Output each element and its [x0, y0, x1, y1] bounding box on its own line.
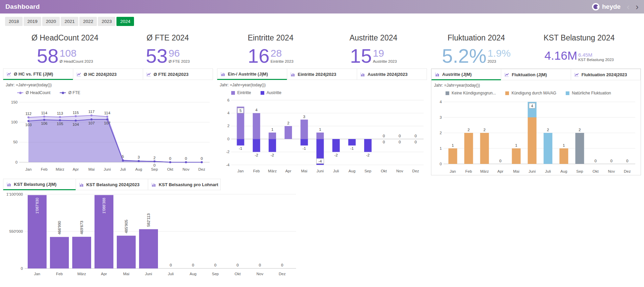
series-swatch: [261, 91, 264, 95]
kst-tab-bar: KST Belastung (J|M) KST Belastung 2024|2…: [3, 179, 221, 190]
tab-label: Fluktuation (J|M): [512, 72, 547, 77]
year-2024-button[interactable]: 2024: [116, 17, 134, 26]
svg-text:112: 112: [25, 112, 31, 116]
svg-text:-1: -1: [239, 146, 242, 150]
tab-fte-2024-2023[interactable]: Ø FTE 2024|2023: [143, 68, 213, 80]
svg-text:Mai: Mai: [123, 272, 130, 276]
kpi-kst-belastung: KST Belastung 2024 4.16M 6.45M KST Belas…: [528, 33, 630, 65]
kpi-previous-label: Austritte 2023: [373, 59, 397, 63]
tab-hc-vs-fte[interactable]: Ø HC vs. FTE (J|M): [3, 68, 73, 80]
austritte-stacked-bar-chart[interactable]: 01234JanFebMärzAprMaiJuniJuliAugSepOktNo…: [431, 96, 641, 175]
tab-eintritte-2024-2023[interactable]: Eintritte 2024|2023: [287, 68, 357, 80]
series-swatch: [505, 91, 509, 95]
svg-text:2: 2: [440, 131, 442, 135]
svg-text:0: 0: [214, 263, 216, 267]
year-2020-button[interactable]: 2020: [42, 17, 60, 26]
jahr-filter-expression: Jahr: =Jahr=year(today()): [3, 80, 213, 88]
legend-label: Kündigung durch MA/AG: [511, 91, 556, 95]
svg-text:107: 107: [104, 121, 110, 125]
year-2019-button[interactable]: 2019: [24, 17, 41, 26]
bar-chart-icon: [291, 72, 295, 77]
svg-text:Sep: Sep: [151, 167, 158, 171]
panel-austritte-grund: Austritte (J|M) Fluktuation (J|M) Fluktu…: [431, 68, 641, 175]
einaus-legend: EintritteAustritte: [217, 88, 427, 96]
year-2018-button[interactable]: 2018: [5, 17, 23, 26]
svg-text:50: 50: [13, 140, 18, 144]
legend-item[interactable]: Austritte: [261, 90, 281, 95]
svg-text:Jan: Jan: [450, 169, 456, 173]
tab-ein-austritte[interactable]: Ein-/ Austritte (J|M): [217, 68, 287, 80]
svg-text:Mai: Mai: [301, 169, 307, 173]
tab-fluktuation[interactable]: Fluktuation (J|M): [501, 69, 571, 80]
tab-label: Ø HC 2024|2023: [84, 72, 117, 77]
svg-text:Juni: Juni: [145, 272, 152, 276]
svg-text:0: 0: [237, 263, 239, 267]
svg-text:März: März: [56, 167, 64, 171]
legend-label: Eintritte: [237, 90, 251, 95]
year-2023-button[interactable]: 2023: [98, 17, 115, 26]
legend-label: Ø FTE: [68, 90, 80, 95]
ein-austritte-bar-chart[interactable]: -4-20246JanFebMärzAprMaiJuniJuliAugSepOk…: [217, 96, 427, 175]
svg-text:0: 0: [610, 159, 612, 163]
tab-label: KST Belastung 2024|2023: [86, 182, 140, 187]
svg-text:Juli: Juli: [545, 169, 551, 173]
legend-item[interactable]: Eintritte: [231, 90, 251, 95]
svg-text:2: 2: [153, 156, 155, 160]
svg-text:März: März: [480, 169, 489, 173]
kst-bars[interactable]: 1'087'830466'990469'6731'088'388485'9055…: [28, 195, 283, 268]
legend-label: Ø HeadCount: [26, 90, 50, 95]
panel-hc-fte: Ø HC vs. FTE (J|M) Ø HC 2024|2023 Ø FTE …: [3, 68, 213, 175]
chevron-right-icon[interactable]: ›: [636, 2, 639, 11]
svg-text:Nov: Nov: [257, 272, 264, 276]
hc-fte-area-chart[interactable]: 050100150JanFebMärzAprMaiJuniJuliAugSepO…: [3, 96, 213, 175]
kpi-title: Eintritte 2024: [219, 33, 322, 42]
legend-item[interactable]: Ø HeadCount: [17, 90, 50, 95]
tab-label: Ø HC vs. FTE (J|M): [14, 71, 53, 77]
legend-item[interactable]: Natürliche Fluktuation: [566, 91, 611, 95]
tab-kst-belastung[interactable]: KST Belastung (J|M): [3, 179, 76, 190]
svg-text:Aug: Aug: [349, 169, 355, 173]
legend-item[interactable]: Keine Kündigungsgrun...: [446, 91, 496, 95]
svg-text:Dez: Dez: [279, 272, 286, 276]
tab-hc-2024-2023[interactable]: Ø HC 2024|2023: [73, 68, 143, 80]
kst-belastung-bar-chart[interactable]: 0550'0001'100'000JanFebMärzAprMaiJuniJul…: [3, 190, 641, 279]
svg-text:0: 0: [16, 160, 18, 164]
tab-austritte-2024-2023[interactable]: Austritte 2024|2023: [357, 68, 427, 80]
svg-text:6: 6: [227, 98, 230, 102]
year-2022-button[interactable]: 2022: [79, 17, 97, 26]
svg-text:März: März: [268, 169, 277, 173]
svg-text:114: 114: [104, 111, 111, 115]
hc-legend: Ø HeadCountØ FTE: [3, 88, 213, 96]
svg-text:0: 0: [192, 263, 194, 267]
svg-text:1: 1: [563, 143, 565, 147]
tab-kst-pro-lohnart[interactable]: KST Belsastung pro Lohnart: [148, 179, 221, 190]
svg-text:0: 0: [185, 156, 187, 161]
svg-text:0: 0: [281, 263, 283, 267]
kpi-headcount: Ø HeadCount 2024 58 108 Ø HeadCount 2023: [14, 33, 116, 65]
legend-label: Keine Kündigungsgrun...: [452, 91, 496, 95]
kpi-row: Ø HeadCount 2024 58 108 Ø HeadCount 2023…: [0, 28, 644, 67]
legend-item[interactable]: Kündigung durch MA/AG: [505, 91, 556, 95]
svg-text:Okt: Okt: [235, 272, 241, 276]
chevron-left-icon[interactable]: ‹: [627, 2, 630, 11]
kpi-previous-value: 96: [168, 48, 180, 58]
bar-chart-icon: [79, 182, 84, 187]
tab-label: Austritte 2024|2023: [368, 72, 408, 77]
year-2021-button[interactable]: 2021: [61, 17, 78, 26]
tab-austritte[interactable]: Austritte (J|M): [431, 69, 501, 80]
tab-fluktuation-2024-2023[interactable]: Fluktuation 2024|2023: [571, 69, 641, 80]
series-0-bars[interactable]: [237, 107, 324, 139]
line-chart-icon: [7, 72, 11, 76]
svg-text:Feb: Feb: [56, 272, 63, 276]
einaus-tab-bar: Ein-/ Austritte (J|M) Eintritte 2024|202…: [217, 68, 427, 80]
tab-kst-2024-2023[interactable]: KST Belastung 2024|2023: [76, 179, 149, 190]
kpi-previous-value: 1.9%: [487, 48, 510, 58]
legend-label: Natürliche Fluktuation: [572, 91, 611, 95]
legend-item[interactable]: Ø FTE: [60, 90, 80, 95]
bar-chart-icon: [221, 72, 225, 76]
svg-text:0: 0: [414, 134, 417, 138]
svg-text:0: 0: [594, 159, 596, 163]
svg-text:3: 3: [440, 115, 442, 119]
svg-text:115: 115: [73, 111, 79, 115]
svg-text:Juni: Juni: [104, 167, 111, 171]
